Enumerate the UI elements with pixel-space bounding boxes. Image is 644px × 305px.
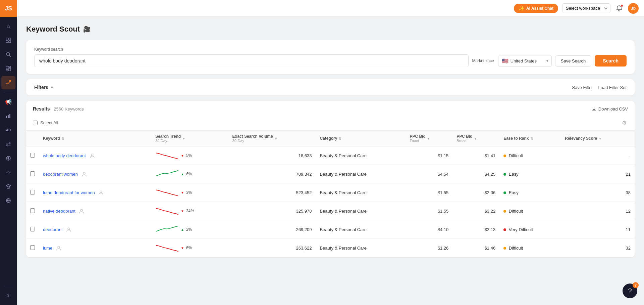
svg-rect-12: [8, 115, 9, 118]
difficulty-dot: [503, 191, 506, 194]
td-ppc-broad: $2.06: [452, 183, 499, 202]
download-csv-button[interactable]: Download CSV: [592, 106, 628, 112]
save-search-button[interactable]: Save Search: [555, 55, 591, 67]
row-checkbox[interactable]: [30, 208, 35, 213]
td-category: Beauty & Personal Care: [316, 220, 406, 239]
sidebar-item-home[interactable]: ⌂: [1, 19, 15, 33]
td-ease-to-rank: Very Difficult: [499, 220, 561, 239]
td-ppc-broad: $3.22: [452, 202, 499, 220]
sidebar-item-graduation[interactable]: [1, 180, 15, 193]
svg-line-5: [9, 55, 11, 57]
keyword-link[interactable]: deodorant women: [43, 172, 78, 177]
td-ppc-exact: $1.15: [406, 146, 453, 165]
sidebar-logo[interactable]: JS: [0, 0, 17, 17]
download-csv-label: Download CSV: [598, 106, 628, 112]
svg-rect-3: [9, 41, 11, 43]
keyword-link[interactable]: lume: [43, 246, 52, 251]
search-row: Marketplace 🇺🇸 United States ▾ Save Sear…: [34, 54, 627, 67]
row-checkbox[interactable]: [30, 153, 35, 158]
select-all-checkbox[interactable]: [33, 121, 38, 125]
ai-assist-button[interactable]: ✨ AI Assist Chat: [514, 4, 558, 13]
sidebar-item-ad[interactable]: AD: [1, 123, 15, 137]
sidebar-item-dollar[interactable]: [1, 151, 15, 165]
row-checkbox[interactable]: [30, 171, 35, 176]
search-trend-sort-icon[interactable]: ▼: [182, 137, 185, 140]
save-filter-button[interactable]: Save Filter: [572, 85, 593, 90]
person-icon[interactable]: [99, 190, 103, 195]
table-settings-icon[interactable]: ⚙: [621, 118, 628, 127]
marketplace-wrapper: Marketplace 🇺🇸 United States ▾: [472, 55, 551, 67]
keyword-link[interactable]: lume deodorant for women: [43, 190, 95, 195]
sidebar-item-keyword[interactable]: [1, 76, 15, 89]
user-avatar[interactable]: Jb: [628, 3, 639, 14]
filters-toggle[interactable]: Filters ▾: [34, 85, 53, 90]
sidebar-item-search[interactable]: [1, 48, 15, 61]
td-category: Beauty & Personal Care: [316, 165, 406, 183]
keyword-search-input[interactable]: [35, 55, 468, 67]
td-exact-volume: 325,978: [228, 202, 316, 220]
content-area: Keyword Scout 🎥 Keyword search Marketpla…: [17, 17, 644, 305]
sidebar-item-dashboard[interactable]: [1, 62, 15, 75]
person-icon[interactable]: [79, 208, 84, 214]
person-icon[interactable]: [82, 171, 87, 177]
td-ppc-exact: $4.10: [406, 220, 453, 239]
row-checkbox[interactable]: [30, 190, 35, 194]
trend-arrow-up-icon: ▲: [181, 228, 184, 231]
svg-rect-9: [9, 68, 11, 71]
sidebar-item-box[interactable]: [1, 34, 15, 47]
keyword-link[interactable]: whole body deodorant: [43, 153, 86, 158]
category-sort-icon[interactable]: ⇅: [338, 137, 341, 140]
exact-volume-sort-icon[interactable]: ▼: [274, 137, 278, 140]
sidebar-item-code[interactable]: <>: [1, 166, 15, 179]
topbar-dropdown[interactable]: Select workspace: [562, 3, 610, 13]
sidebar-item-globe[interactable]: [1, 194, 15, 207]
row-checkbox[interactable]: [30, 227, 35, 231]
ppc-broad-sort-icon[interactable]: ▼: [474, 137, 477, 140]
ease-sort-icon[interactable]: ⇅: [530, 137, 533, 140]
sidebar-item-exchange[interactable]: [1, 137, 15, 151]
td-checkbox: [26, 165, 39, 183]
ease-to-rank-value: Difficult: [509, 153, 523, 158]
keyword-sort-icon[interactable]: ⇅: [61, 137, 64, 140]
results-count: 2560 Keywords: [54, 106, 84, 112]
marketplace-selector[interactable]: 🇺🇸 United States ▾: [498, 55, 552, 67]
td-keyword: native deodorant: [39, 202, 151, 220]
relevancy-sort-icon[interactable]: ▼: [598, 137, 602, 140]
ai-assist-label: AI Assist Chat: [526, 6, 553, 11]
td-relevancy-score: 11: [561, 220, 635, 239]
row-checkbox[interactable]: [30, 245, 35, 250]
trend-percentage: 6%: [186, 246, 192, 250]
difficulty-dot: [503, 155, 506, 157]
td-checkbox: [26, 146, 39, 165]
results-title: Results: [33, 106, 50, 112]
help-button[interactable]: ? 7: [623, 284, 637, 298]
sidebar-item-megaphone[interactable]: 📢: [1, 95, 15, 108]
person-icon[interactable]: [66, 227, 71, 232]
video-icon[interactable]: 🎥: [83, 26, 91, 33]
difficulty-dot: [503, 228, 506, 231]
select-all-label[interactable]: Select All: [40, 120, 58, 125]
svg-rect-6: [6, 66, 8, 69]
page-title: Keyword Scout: [26, 25, 80, 34]
th-checkbox: [26, 131, 39, 146]
svg-rect-0: [6, 38, 8, 40]
sidebar-expand-button[interactable]: [1, 290, 15, 301]
trend-sparkline: [155, 187, 179, 198]
sidebar-item-chart[interactable]: [1, 109, 15, 123]
search-button[interactable]: Search: [595, 55, 627, 67]
person-icon[interactable]: [56, 245, 61, 251]
notification-button[interactable]: [614, 3, 625, 14]
keyword-link[interactable]: deodorant: [43, 227, 63, 232]
td-search-trend: ▼ 3%: [151, 183, 228, 202]
load-filter-set-button[interactable]: Load Filter Set: [598, 85, 627, 90]
td-relevancy-score: 12: [561, 202, 635, 220]
ppc-exact-sort-icon[interactable]: ▼: [427, 137, 430, 140]
person-icon[interactable]: [90, 153, 95, 158]
table-row: lume deodorant for women ▼ 3% 523,452 Be…: [26, 183, 635, 202]
td-exact-volume: 709,342: [228, 165, 316, 183]
keyword-link[interactable]: native deodorant: [43, 209, 75, 214]
td-relevancy-score: 21: [561, 165, 635, 183]
sidebar-divider: [3, 92, 13, 92]
results-card: Results 2560 Keywords Download CSV Selec…: [26, 101, 635, 257]
td-search-trend: ▼ 24%: [151, 202, 228, 220]
